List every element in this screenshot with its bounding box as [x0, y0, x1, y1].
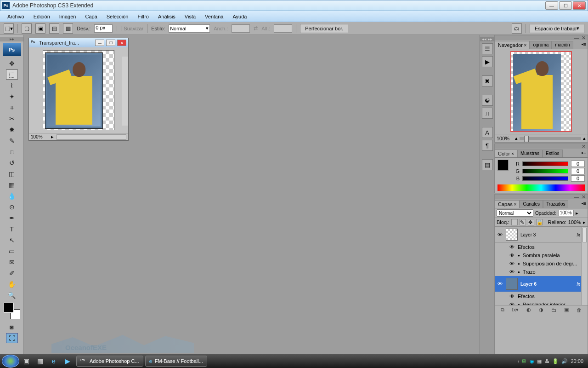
new-group-icon[interactable]: 🗀	[551, 307, 556, 313]
antialias-checkbox[interactable]	[116, 26, 122, 31]
doc-vscrollbar[interactable]	[122, 57, 128, 126]
b-value[interactable]: 0	[571, 175, 585, 182]
new-layer-icon[interactable]: ▣	[564, 307, 569, 313]
eye-icon[interactable]: 👁	[497, 231, 503, 238]
layer-mask-icon[interactable]: ◐	[526, 307, 531, 313]
menu-analisis[interactable]: Análisis	[154, 13, 179, 20]
clone-panel-icon[interactable]: ⎍	[482, 108, 493, 119]
lock-transparent-icon[interactable]	[511, 219, 518, 225]
style-select[interactable]: Normal▾	[169, 24, 210, 33]
refine-edge-button[interactable]: Perfeccionar bor.	[300, 24, 348, 33]
workspace-menu[interactable]: Espacio de trabajo ▾	[530, 24, 584, 33]
taskbar-task-photoshop[interactable]: PsAdobe Photoshop C...	[76, 356, 143, 367]
shape-tool[interactable]: ▭	[6, 246, 18, 256]
quick-switch-icon[interactable]: ▦	[33, 356, 47, 367]
heal-tool[interactable]: ✸	[6, 125, 18, 135]
menu-ayuda[interactable]: Ayuda	[229, 13, 250, 20]
fill-flyout-icon[interactable]: ▸	[583, 219, 586, 225]
marquee-tool[interactable]: ⬚	[6, 69, 18, 80]
zoom-slider[interactable]	[520, 137, 581, 140]
r-slider[interactable]	[522, 161, 568, 166]
eyedropper-tool[interactable]: ✐	[6, 268, 18, 278]
actions-panel-icon[interactable]: ▶	[482, 56, 493, 67]
foreground-color[interactable]	[4, 303, 14, 313]
selection-add-icon[interactable]: ▣	[35, 23, 45, 34]
tab-estilos[interactable]: Estilos	[543, 150, 562, 157]
zoom-out-icon[interactable]: ▴	[515, 135, 518, 141]
layer-scrollbar[interactable]	[581, 227, 588, 305]
tab-trazados[interactable]: Trazados	[543, 200, 568, 208]
close-button[interactable]: ✕	[573, 1, 586, 10]
b-slider[interactable]	[522, 176, 568, 181]
layer-thumb[interactable]	[506, 229, 518, 241]
navigator-thumbnail[interactable]	[510, 51, 572, 132]
doc-titlebar[interactable]: Ps Transparent_fra... — ☐ ✕	[29, 38, 128, 47]
pen-tool[interactable]: ✒	[6, 213, 18, 223]
quickmask-tool[interactable]: ◙	[6, 322, 18, 332]
menu-filtro[interactable]: Filtro	[134, 13, 152, 20]
effects-row[interactable]: 👁Efectos	[495, 292, 588, 300]
marquee-preset-icon[interactable]: ⬚▾	[4, 23, 14, 34]
selection-intersect-icon[interactable]: ▥	[63, 23, 73, 34]
toolpreset-panel-icon[interactable]: ✖	[482, 75, 493, 86]
zoom-tool[interactable]: 🔍	[6, 290, 18, 300]
blur-tool[interactable]: 💧	[6, 191, 18, 201]
slice-tool[interactable]: ✂	[6, 114, 18, 124]
tab-navegador[interactable]: Navegador ×	[495, 41, 530, 49]
menu-archivo[interactable]: Archivo	[4, 13, 28, 20]
menu-vista[interactable]: Vista	[181, 13, 199, 20]
tab-informacion[interactable]: mación	[552, 41, 573, 49]
lasso-tool[interactable]: ⌇	[6, 80, 18, 91]
color-swatch[interactable]	[4, 303, 20, 319]
blend-mode-select[interactable]: Normal	[497, 209, 533, 217]
tray-clock[interactable]: 20:00	[571, 358, 583, 364]
stamp-tool[interactable]: ⎍	[6, 147, 18, 157]
doc-minimize[interactable]: —	[95, 40, 104, 46]
link-layers-icon[interactable]: ⧉	[501, 307, 504, 313]
gradient-tool[interactable]: ▦	[6, 180, 18, 190]
lock-position-icon[interactable]: ✥	[528, 219, 534, 225]
layer-name[interactable]: Layer 3	[520, 232, 574, 237]
zoom-in-icon[interactable]: ▴	[583, 135, 586, 141]
layer-row-layer3[interactable]: 👁 Layer 3 fx▴	[495, 227, 588, 243]
opacity-value[interactable]: 100%	[558, 210, 574, 216]
feather-input[interactable]: 0 px	[94, 24, 113, 33]
crop-tool[interactable]: ⌗	[6, 103, 18, 113]
effect-superposicion[interactable]: 👁●Superposición de degr...	[495, 259, 588, 268]
para-panel-icon[interactable]: ¶	[482, 140, 493, 151]
tab-color[interactable]: Color ×	[495, 150, 517, 157]
lock-all-icon[interactable]: 🔒	[536, 219, 543, 225]
move-tool[interactable]: ✥	[6, 58, 18, 69]
opacity-flyout-icon[interactable]: ▸	[576, 210, 578, 216]
layer-style-icon[interactable]: fx▾	[512, 307, 519, 313]
toolbox-grip[interactable]: ▸▸	[0, 37, 23, 41]
panel-menu-icon[interactable]: ▪≡	[580, 149, 588, 157]
r-value[interactable]: 0	[571, 161, 585, 167]
tray-av-icon[interactable]: ◉	[530, 358, 534, 364]
effect-resplandor[interactable]: 👁●Resplandor interior	[495, 300, 588, 305]
effect-trazo[interactable]: 👁●Trazo	[495, 268, 588, 276]
tray-volume-icon[interactable]: 🔊	[561, 358, 568, 364]
selection-sub-icon[interactable]: ▤	[49, 23, 59, 34]
panel-menu-icon[interactable]: ▪≡	[580, 40, 588, 49]
menu-imagen[interactable]: Imagen	[56, 13, 80, 20]
fill-value[interactable]: 100%	[568, 219, 581, 225]
taskbar-task-browser[interactable]: eFM-Base // Football...	[145, 356, 207, 367]
maximize-button[interactable]: ☐	[559, 1, 572, 10]
tray-icon[interactable]: ▦	[537, 358, 542, 364]
menu-capa[interactable]: Capa	[81, 13, 101, 20]
minimize-button[interactable]: —	[545, 1, 558, 10]
menu-edicion[interactable]: Edición	[30, 13, 54, 20]
selection-new-icon[interactable]: ▢	[22, 23, 32, 34]
layer-thumb[interactable]	[506, 278, 518, 290]
delete-layer-icon[interactable]: 🗑	[577, 307, 582, 313]
tray-network-icon[interactable]: 🖧	[544, 358, 549, 364]
brush-tool[interactable]: ✎	[6, 136, 18, 146]
layercomps-panel-icon[interactable]: ▤	[482, 159, 493, 170]
panel-menu-icon[interactable]: ▪≡	[580, 199, 588, 208]
g-slider[interactable]	[522, 169, 568, 173]
screenmode-tool[interactable]: ⛶	[6, 333, 18, 343]
adjustment-layer-icon[interactable]: ◑	[539, 307, 543, 313]
start-button[interactable]	[2, 355, 19, 368]
doc-zoom-value[interactable]: 100%	[31, 134, 48, 139]
